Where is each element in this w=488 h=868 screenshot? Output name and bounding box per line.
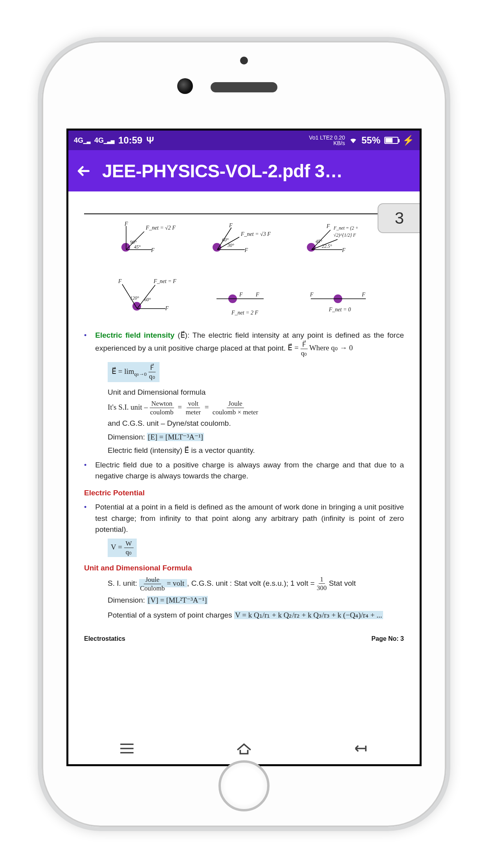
diagram-60deg: F F 60° 30° F_net = √3 F xyxy=(209,218,279,261)
diagram-45deg: F F 45° 22.5° F_net = (2 + √2)^{1/2} F xyxy=(303,218,374,261)
screen: 4G▁▃ 4G▁▃▅ 10:59 Ψ Vo1 LTE2 0.20 KB/s 55… xyxy=(66,129,422,766)
unit-dim-heading: Unit and Dimensional formula xyxy=(108,387,404,398)
potential-system-eq: Potential of a system of point charges V… xyxy=(108,610,404,621)
pdf-page: F F 90° 45° F_net = √2 F F F 60° xyxy=(68,191,420,629)
charging-icon: ⚡ xyxy=(402,135,414,146)
potential-heading: Electric Potential xyxy=(84,487,404,499)
efield-dimension: Dimension: [E] = [MLT⁻³A⁻¹] xyxy=(108,432,404,443)
diagram-collinear-same: F F F_net = 2 F xyxy=(209,273,279,320)
efield-limit-eq: E⃗ = limq₀→0 F⃗q₀ xyxy=(108,362,404,382)
wifi-icon xyxy=(349,136,358,145)
phone-front-camera xyxy=(177,78,193,94)
system-nav-bar xyxy=(68,733,420,764)
efield-cgs: and C.G.S. unit – Dyne/stat coulomb. xyxy=(108,418,404,429)
pdf-viewer[interactable]: 3 F F 90° 45° F_net = √2 F xyxy=(68,191,420,733)
status-time: 10:59 xyxy=(118,135,142,146)
bullet-efield-direction: • Electric field due to a positive charg… xyxy=(84,460,404,482)
phone-home-button xyxy=(218,760,270,811)
data-rate: Vo1 LTE2 0.20 KB/s xyxy=(309,135,345,146)
battery-percent: 55% xyxy=(361,135,380,146)
phone-mockup-frame: 4G▁▃ 4G▁▃▅ 10:59 Ψ Vo1 LTE2 0.20 KB/s 55… xyxy=(38,37,450,831)
unit-pot-heading: Unit and Dimensional Formula xyxy=(84,563,404,574)
efield-vector: Electric field (intensity) E⃗ is a vecto… xyxy=(108,445,404,456)
diagram-90deg: F F 90° 45° F_net = √2 F xyxy=(114,218,185,261)
bullet-potential-def: • Potential at a point in a field is def… xyxy=(84,502,404,535)
efield-eq-inline: E⃗ = F⃗q₀ Where q₀ → 0 xyxy=(288,344,353,352)
footer-topic: Electrostatics xyxy=(84,635,125,642)
back-button[interactable] xyxy=(75,163,91,179)
network-indicator-2: 4G▁▃▅ xyxy=(94,136,114,145)
bullet-icon: • xyxy=(84,460,86,482)
page-indicator: 3 xyxy=(378,203,420,233)
nav-home-button[interactable] xyxy=(232,741,256,756)
footer-page-no: Page No: 3 xyxy=(371,635,404,642)
network-indicator-1: 4G▁▃ xyxy=(74,136,90,145)
usb-icon: Ψ xyxy=(146,135,154,146)
force-diagrams: F F 90° 45° F_net = √2 F F F 60° xyxy=(84,218,404,320)
diagram-opposite: F F F_net = 0 xyxy=(303,273,374,320)
efield-heading: Electric field intensity xyxy=(95,331,174,339)
battery-icon xyxy=(384,137,398,144)
bullet-icon: • xyxy=(84,330,86,357)
nav-recents-button[interactable] xyxy=(115,741,139,756)
nav-back-button[interactable] xyxy=(349,741,373,756)
bullet-efield-def: • Electric field intensity (E⃗): The ele… xyxy=(84,330,404,357)
potential-si-unit: S. I. unit: JouleCoulomb = volt , C.G.S.… xyxy=(108,576,404,592)
diagram-120deg: F F 120° 60° F_net = F xyxy=(114,273,185,320)
efield-si-units: It's S.I. unit – Newtoncoulomb = voltmet… xyxy=(108,400,404,416)
potential-dimension: Dimension: [V] = [ML²T⁻³A⁻¹] xyxy=(108,595,404,606)
phone-speaker xyxy=(211,82,277,92)
status-bar: 4G▁▃ 4G▁▃▅ 10:59 Ψ Vo1 LTE2 0.20 KB/s 55… xyxy=(68,131,420,150)
potential-eq: V = Wq₀ xyxy=(108,539,404,557)
bullet-icon: • xyxy=(84,502,86,535)
app-bar: JEE-PHYSICS-VOL-2.pdf 3… xyxy=(68,150,420,191)
page-footer: Electrostatics Page No: 3 xyxy=(68,635,420,642)
app-title: JEE-PHYSICS-VOL-2.pdf 3… xyxy=(102,160,343,182)
